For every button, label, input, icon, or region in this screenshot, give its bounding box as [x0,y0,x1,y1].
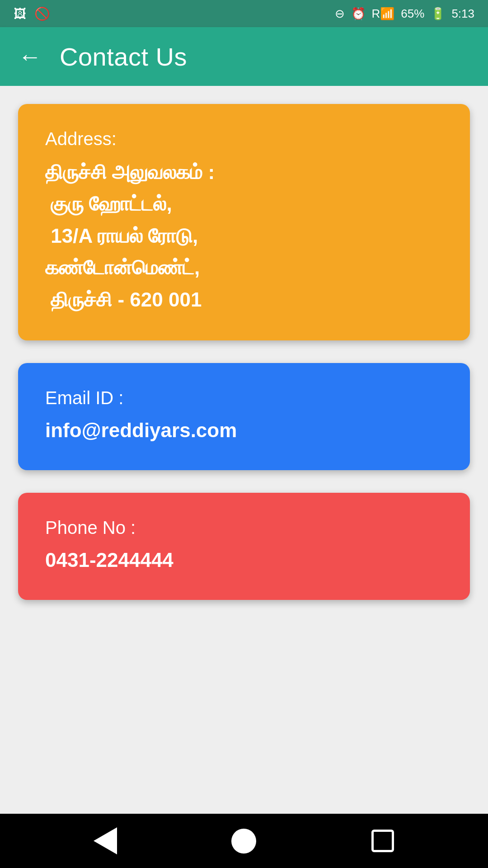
alarm-icon: ⏰ [351,7,366,21]
email-value: info@reddiyars.com [45,415,443,445]
address-card: Address: திருச்சி அலுவலகம் : குரு ஹோட்டல… [18,104,470,340]
email-card: Email ID : info@reddiyars.com [18,363,470,470]
email-label: Email ID : [45,388,443,408]
app-bar: ← Contact Us [0,27,488,86]
no-internet-icon: 🚫 [34,6,50,21]
main-content: Address: திருச்சி அலுவலகம் : குரு ஹோட்டல… [0,86,488,814]
home-nav-button[interactable] [228,825,260,857]
bottom-nav [0,814,488,868]
mute-icon: ⊖ [335,7,345,21]
home-circle-icon [231,829,256,854]
recents-square-icon [371,830,394,852]
address-label: Address: [45,129,443,149]
address-value: திருச்சி அலுவலகம் : குரு ஹோட்டல், 13/A ர… [45,156,443,316]
phone-value: 0431-2244444 [45,545,443,575]
image-icon: 🖼 [14,6,26,21]
status-bar: 🖼 🚫 ⊖ ⏰ R📶 65% 🔋 5:13 [0,0,488,27]
status-bar-right-icons: ⊖ ⏰ R📶 65% 🔋 5:13 [335,7,474,21]
battery-icon: 🔋 [431,7,445,21]
recents-nav-button[interactable] [367,825,399,857]
signal-icon: R📶 [372,7,395,21]
phone-card: Phone No : 0431-2244444 [18,493,470,600]
page-title: Contact Us [60,42,187,71]
battery-text: 65% [401,7,424,21]
status-bar-left-icons: 🖼 🚫 [14,6,50,21]
back-button[interactable]: ← [18,45,42,68]
back-nav-button[interactable] [89,825,121,857]
phone-label: Phone No : [45,518,443,538]
time-display: 5:13 [451,7,474,21]
back-triangle-icon [94,827,117,854]
